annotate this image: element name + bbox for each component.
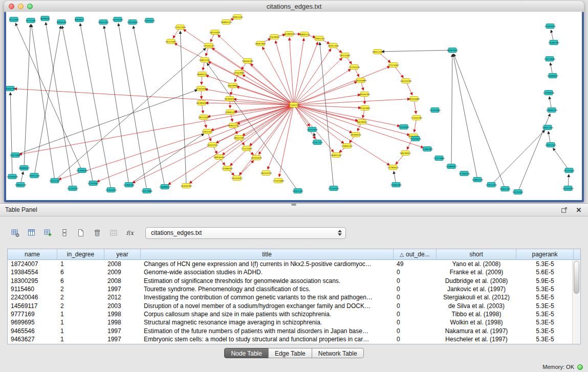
graph-edge[interactable] bbox=[207, 63, 296, 189]
graph-node[interactable]: 18012345 bbox=[233, 136, 245, 140]
graph-node[interactable]: 14244563 bbox=[562, 186, 574, 191]
graph-edge[interactable] bbox=[296, 58, 342, 103]
vertical-scrollbar[interactable] bbox=[572, 260, 580, 344]
graph-node[interactable]: 18990123 bbox=[197, 72, 208, 77]
graph-edge[interactable] bbox=[454, 54, 504, 187]
table-row[interactable]: 969969511998Structural magnetic resonanc… bbox=[8, 318, 580, 326]
float-panel-icon[interactable] bbox=[560, 206, 569, 214]
graph-edge[interactable] bbox=[231, 115, 232, 121]
graph-edge[interactable] bbox=[358, 124, 361, 131]
graph-edge[interactable] bbox=[415, 101, 416, 114]
graph-node[interactable]: 13688907 bbox=[547, 74, 558, 78]
table-row[interactable]: 946554611997Estimation of the future num… bbox=[8, 326, 580, 335]
graph-node[interactable]: 9777169 bbox=[26, 18, 36, 23]
graph-node[interactable]: 17345678 bbox=[195, 86, 207, 91]
graph-edge[interactable] bbox=[180, 31, 186, 183]
tab-node-table[interactable]: Node Table bbox=[224, 348, 269, 358]
graph-node[interactable]: 12800129 bbox=[472, 178, 483, 182]
graph-edge[interactable] bbox=[221, 159, 225, 165]
graph-edge[interactable] bbox=[296, 106, 389, 165]
table-source-dropdown[interactable]: citations_edges.txt bbox=[145, 227, 346, 239]
graph-edge[interactable] bbox=[243, 75, 292, 103]
graph-edge[interactable] bbox=[14, 89, 291, 105]
graph-node[interactable]: 16234567 bbox=[231, 176, 243, 181]
graph-node[interactable]: 17098765 bbox=[222, 166, 233, 171]
graph-edge[interactable] bbox=[279, 107, 293, 177]
graph-node[interactable]: 18456790 bbox=[359, 92, 370, 97]
graph-edge[interactable] bbox=[35, 26, 61, 173]
graph-edge[interactable] bbox=[184, 30, 292, 104]
graph-node[interactable]: 11466785 bbox=[123, 183, 135, 187]
graph-edge[interactable] bbox=[24, 25, 30, 165]
graph-node[interactable]: 13022341 bbox=[499, 187, 511, 191]
graph-edge[interactable] bbox=[414, 120, 416, 132]
network-graph[interactable]: 1724071718234001175432101687234518990123… bbox=[6, 12, 582, 200]
graph-edge[interactable] bbox=[213, 147, 217, 154]
graph-node[interactable]: 12022341 bbox=[292, 189, 303, 193]
graph-node[interactable]: 18789023 bbox=[350, 133, 361, 137]
graph-edge[interactable] bbox=[250, 106, 292, 145]
graph-edge[interactable] bbox=[363, 111, 364, 118]
graph-node[interactable]: 13799018 bbox=[543, 91, 554, 95]
delete-button[interactable] bbox=[90, 226, 104, 239]
graph-node[interactable]: 18345689 bbox=[408, 97, 420, 101]
graph-node[interactable]: 18123467 bbox=[339, 53, 351, 58]
new-document-button[interactable] bbox=[74, 226, 88, 239]
splitter-handle[interactable] bbox=[291, 204, 296, 206]
table-row[interactable]: 2242004622012Investigating the contribut… bbox=[8, 293, 580, 301]
graph-edge[interactable] bbox=[296, 67, 390, 104]
graph-edge[interactable] bbox=[118, 24, 146, 188]
graph-node[interactable]: 18890134 bbox=[299, 32, 310, 37]
graph-node[interactable]: 10800129 bbox=[15, 183, 26, 187]
graph-node[interactable]: 13466785 bbox=[548, 40, 559, 45]
import-table-button[interactable] bbox=[106, 226, 121, 239]
graph-node[interactable]: 10799018 bbox=[7, 174, 18, 179]
graph-node[interactable]: 18467940 bbox=[447, 48, 458, 53]
graph-node[interactable]: 17567801 bbox=[359, 106, 371, 111]
graph-edge[interactable] bbox=[568, 174, 569, 186]
graph-edge[interactable] bbox=[295, 42, 318, 103]
graph-edge[interactable] bbox=[62, 26, 93, 181]
graph-edge[interactable] bbox=[97, 106, 292, 182]
graph-edge[interactable] bbox=[10, 93, 12, 174]
graph-node[interactable]: 14022341 bbox=[545, 143, 556, 147]
graph-edge[interactable] bbox=[131, 134, 204, 184]
graph-edge[interactable] bbox=[346, 57, 352, 64]
graph-node[interactable]: 18876543 bbox=[213, 155, 225, 160]
graph-node[interactable]: 16543210 bbox=[207, 143, 218, 147]
graph-edge[interactable] bbox=[355, 70, 359, 77]
graph-node[interactable]: 10688907 bbox=[18, 166, 30, 170]
graph-edge[interactable] bbox=[553, 148, 568, 168]
table-edit-button[interactable] bbox=[41, 226, 55, 239]
graph-node[interactable]: 16678912 bbox=[356, 120, 367, 124]
graph-node[interactable]: 17456790 bbox=[411, 116, 422, 120]
graph-node[interactable]: 19145456 bbox=[307, 127, 318, 132]
graph-node[interactable]: 11133452 bbox=[67, 186, 78, 191]
rows-button[interactable] bbox=[57, 226, 72, 239]
graph-edge[interactable] bbox=[396, 155, 404, 164]
graph-node[interactable]: 17901245 bbox=[314, 36, 325, 41]
graph-edge[interactable] bbox=[80, 24, 111, 187]
graph-node[interactable]: 17890123 bbox=[225, 110, 236, 115]
graph-edge[interactable] bbox=[314, 133, 316, 140]
graph-edge[interactable] bbox=[134, 26, 165, 184]
graph-node[interactable]: 12577896 bbox=[433, 156, 445, 161]
graph-node[interactable]: 17012356 bbox=[175, 25, 186, 30]
graph-node[interactable]: 18678912 bbox=[400, 151, 411, 156]
graph-edge[interactable] bbox=[549, 97, 551, 107]
graph-node[interactable]: 11688907 bbox=[159, 185, 170, 189]
column-header-short[interactable]: short bbox=[437, 249, 516, 259]
graph-node[interactable]: 16012356 bbox=[328, 43, 339, 48]
graph-node[interactable]: 18567801 bbox=[255, 41, 266, 46]
graph-edge[interactable] bbox=[237, 86, 292, 104]
graph-edge[interactable] bbox=[350, 137, 354, 143]
column-header-in_degree[interactable]: in_degree bbox=[57, 249, 104, 259]
graph-edge[interactable] bbox=[202, 105, 203, 113]
graph-edge[interactable] bbox=[407, 83, 412, 95]
graph-node[interactable]: 13355674 bbox=[545, 24, 556, 29]
graph-node[interactable]: 12133452 bbox=[328, 186, 339, 191]
graph-node[interactable]: 11911230 bbox=[312, 140, 323, 145]
graph-node[interactable]: 11022341 bbox=[49, 179, 60, 183]
table-row[interactable]: 1456911722003Disruption of a novel membe… bbox=[8, 301, 580, 310]
graph-edge[interactable] bbox=[229, 170, 234, 176]
